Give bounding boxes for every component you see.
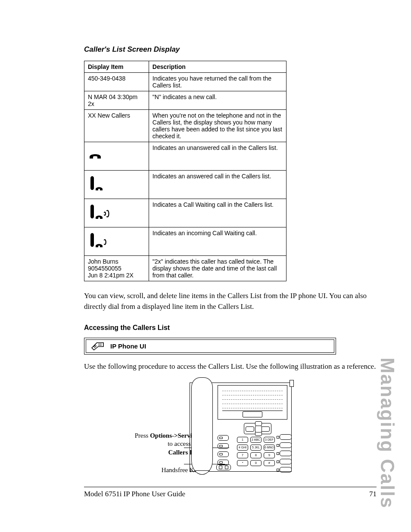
soft-key — [218, 443, 229, 449]
table-row: N MAR 04 3:30pm 2x "N" indicates a new c… — [84, 91, 286, 110]
table-row: Indicates an answered call in the Caller… — [84, 171, 286, 199]
footer-doc-title: Model 6751i IP Phone User Guide — [84, 490, 185, 498]
key-6: 6 MNO — [264, 445, 275, 451]
table-cell-item: N MAR 04 3:30pm 2x — [84, 91, 149, 110]
sub-heading: Accessing the Callers List — [84, 324, 377, 332]
ip-phone-ui-label: IP Phone UI — [110, 342, 146, 350]
nav-right — [261, 426, 270, 432]
table-cell-item: XX New Callers — [84, 110, 149, 142]
soft-key — [218, 435, 229, 441]
table-row: Indicates a Call Waiting call in the Cal… — [84, 199, 286, 227]
table-cell-desc: "N" indicates a new call. — [149, 91, 286, 110]
key-4: 4 GHI — [237, 445, 248, 451]
line-keys-column — [280, 434, 292, 475]
nav-select — [255, 426, 262, 432]
screen-softkey — [243, 411, 262, 417]
table-cell-desc: "2x" indicates this caller has called tw… — [149, 256, 286, 281]
sidebar-chapter-title: Managing Calls — [377, 358, 398, 509]
handsfree-key — [216, 464, 231, 470]
soft-key — [218, 451, 229, 457]
soft-key-column — [218, 435, 230, 468]
table-cell-desc: Indicates you have returned the call fro… — [149, 73, 286, 91]
key-hash: # — [264, 460, 275, 466]
table-cell-desc: Indicates a Call Waiting call in the Cal… — [149, 199, 286, 227]
key-5: 5 JKL — [250, 445, 262, 451]
line-key — [280, 442, 292, 448]
key-3: 3 DEF — [264, 437, 275, 443]
key-1: 1 — [237, 437, 248, 443]
table-row: Indicates an unanswered call in the Call… — [84, 142, 286, 171]
key-9: 9 — [264, 452, 275, 458]
phone-handset — [191, 377, 213, 475]
nav-left — [246, 426, 254, 432]
procedure-paragraph: Use the following procedure to access th… — [84, 361, 377, 372]
line-key — [280, 434, 292, 440]
nav-pad — [244, 423, 271, 434]
page-footer: Model 6751i IP Phone User Guide 71 — [84, 487, 377, 498]
phone-illustration: Press Options->Services to access the Ca… — [84, 380, 336, 475]
handset-off-hook-icon — [84, 171, 149, 199]
phone-keypad: 1 2 ABC 3 DEF 4 GHI 5 JKL 6 MNO 7 8 9 * … — [237, 437, 275, 466]
label-options-prefix: Press — [135, 432, 150, 439]
table-cell-desc: Indicates an incoming Call Waiting call. — [149, 227, 286, 256]
table-cell-desc: Indicates an answered call in the Caller… — [149, 171, 286, 199]
table-cell-item: 450-349-0438 — [84, 73, 149, 91]
section-title: Caller's List Screen Display — [84, 45, 377, 54]
handset-on-hook-icon — [84, 142, 149, 171]
line-key — [280, 459, 292, 464]
phone-screen — [218, 385, 287, 420]
phone-ui-icon — [90, 340, 105, 352]
table-row: Indicates an incoming Call Waiting call. — [84, 227, 286, 256]
key-7: 7 — [237, 452, 248, 458]
table-cell-desc: Indicates an unanswered call in the Call… — [149, 142, 286, 171]
body-paragraph: You can view, scroll, and delete line it… — [84, 291, 377, 312]
callers-list-table: Display Item Description 450-349-0438 In… — [84, 61, 286, 281]
key-0: 0 — [250, 460, 262, 466]
key-8: 8 — [250, 452, 262, 458]
table-row: John Burns 9054550055 Jun 8 2:41pm 2X "2… — [84, 256, 286, 281]
table-header-desc: Description — [149, 61, 286, 73]
ip-phone-ui-box: IP Phone UI — [84, 338, 336, 355]
table-cell-item: John Burns 9054550055 Jun 8 2:41pm 2X — [84, 256, 149, 281]
table-row: 450-349-0438 Indicates you have returned… — [84, 73, 286, 91]
table-header-row: Display Item Description — [84, 61, 286, 73]
key-2: 2 ABC — [250, 437, 262, 443]
line-key — [280, 451, 292, 456]
table-row: XX New Callers When you're not on the te… — [84, 110, 286, 142]
call-waiting-single-icon — [84, 227, 149, 256]
table-header-item: Display Item — [84, 61, 149, 73]
key-star: * — [237, 460, 248, 466]
call-waiting-double-icon — [84, 199, 149, 227]
mount-tab — [290, 380, 294, 387]
table-cell-desc: When you're not on the telephone and not… — [149, 110, 286, 142]
footer-page-number: 71 — [369, 490, 377, 498]
line-key — [280, 467, 292, 473]
